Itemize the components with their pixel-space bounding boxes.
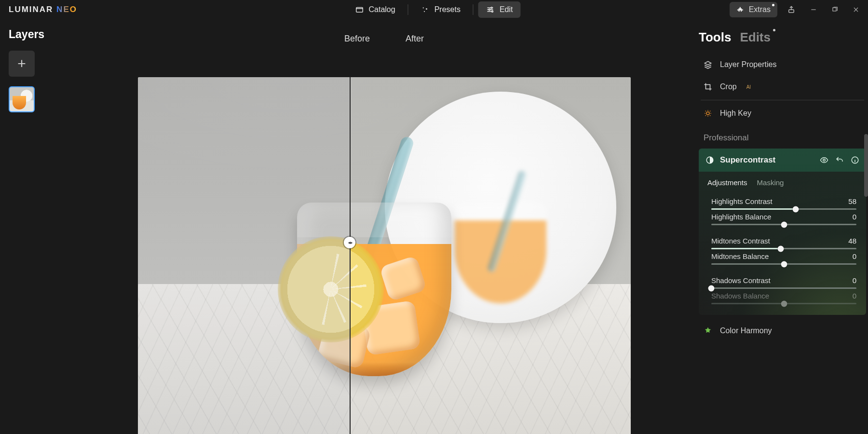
- sliders-icon: [486, 5, 495, 14]
- add-layer-button[interactable]: +: [9, 51, 35, 77]
- nav-presets[interactable]: Presets: [413, 1, 468, 18]
- tool-header[interactable]: Supercontrast: [699, 149, 866, 172]
- tool-subtabs: Adjustments Masking: [699, 172, 866, 190]
- top-nav: Catalog Presets Edit: [348, 1, 521, 18]
- compare-handle[interactable]: [344, 237, 355, 248]
- svg-point-4: [491, 7, 492, 9]
- tool-color-harmony[interactable]: Color Harmony: [699, 320, 866, 342]
- tool-label: Color Harmony: [720, 326, 772, 335]
- subtab-masking[interactable]: Masking: [757, 178, 784, 187]
- logo-text-2: NEO: [56, 5, 77, 14]
- section-professional: Professional: [699, 124, 866, 149]
- layers-icon: [704, 60, 712, 69]
- svg-point-1: [423, 7, 424, 8]
- slider-label: Shadows Contrast: [711, 276, 771, 285]
- before-overlay: [138, 77, 350, 434]
- slider-label: Highlights Balance: [711, 213, 771, 221]
- slider-midtones-contrast[interactable]: Midtones Contrast48: [711, 234, 856, 249]
- undo-icon[interactable]: [835, 156, 844, 164]
- info-icon[interactable]: [851, 156, 859, 164]
- tool-name: Supercontrast: [720, 155, 814, 165]
- slider-label: Highlights Contrast: [711, 197, 773, 205]
- image-canvas[interactable]: [138, 77, 631, 434]
- tab-edits[interactable]: Edits: [740, 30, 771, 45]
- slider-label: Shadows Balance: [711, 292, 769, 300]
- layers-title: Layers: [9, 28, 63, 41]
- ai-badge: AI: [746, 84, 751, 90]
- slider-value: 58: [848, 197, 856, 205]
- app-logo: LUMINAR NEO: [5, 5, 77, 14]
- slider-highlights-contrast[interactable]: Highlights Contrast58: [711, 194, 856, 210]
- slider-value: 48: [848, 237, 856, 245]
- slider-value: 0: [853, 252, 856, 260]
- compare-labels: Before After: [71, 19, 697, 58]
- svg-rect-8: [833, 8, 836, 11]
- right-tabs: Tools Edits: [699, 24, 866, 54]
- tool-label: High Key: [720, 109, 751, 118]
- slider-value: 0: [853, 292, 856, 300]
- after-label: After: [406, 34, 424, 44]
- color-harmony-icon: [704, 326, 712, 335]
- minimize-button[interactable]: [810, 6, 817, 13]
- subtab-adjustments[interactable]: Adjustments: [707, 178, 747, 187]
- slider-shadows-contrast[interactable]: Shadows Contrast0: [711, 273, 856, 289]
- crop-icon: [704, 82, 712, 91]
- tool-high-key[interactable]: High Key: [699, 102, 866, 124]
- nav-presets-label: Presets: [434, 5, 461, 14]
- svg-point-11: [823, 159, 826, 162]
- extras-button[interactable]: Extras: [730, 2, 777, 17]
- slider-value: 0: [853, 213, 856, 221]
- nav-edit-label: Edit: [500, 5, 513, 14]
- slider-label: Midtones Balance: [711, 252, 769, 260]
- extras-label: Extras: [749, 5, 771, 14]
- nav-edit[interactable]: Edit: [478, 1, 521, 18]
- logo-text-1: LUMINAR: [9, 5, 56, 14]
- svg-point-6: [492, 11, 493, 12]
- tool-layer-properties[interactable]: Layer Properties: [699, 54, 866, 76]
- close-button[interactable]: [853, 6, 859, 13]
- eye-icon[interactable]: [820, 156, 828, 164]
- main: Layers + Before After: [0, 19, 868, 434]
- svg-point-5: [489, 9, 490, 11]
- highkey-icon: [704, 109, 712, 118]
- slider-value: 0: [853, 276, 856, 285]
- top-right: Extras: [730, 2, 863, 17]
- window-controls: [787, 5, 863, 14]
- right-scrollbar[interactable]: [864, 67, 868, 434]
- svg-rect-0: [356, 8, 363, 13]
- compare-divider[interactable]: [350, 77, 351, 434]
- tool-supercontrast-panel: Supercontrast Adjustments Masking Highli…: [699, 149, 866, 315]
- share-icon[interactable]: [787, 5, 796, 14]
- maximize-button[interactable]: [831, 6, 838, 13]
- sparkle-icon: [421, 5, 430, 14]
- nav-catalog-label: Catalog: [369, 5, 395, 14]
- puzzle-icon: [736, 5, 745, 14]
- tool-crop[interactable]: Crop AI: [699, 76, 866, 98]
- sliders: Highlights Contrast58 Highlights Balance…: [699, 190, 866, 309]
- image-reflection: [455, 202, 546, 303]
- contrast-icon: [705, 156, 714, 164]
- slider-midtones-balance[interactable]: Midtones Balance0: [711, 249, 856, 265]
- tool-label: Crop: [720, 82, 737, 91]
- tab-edits-label: Edits: [740, 30, 771, 44]
- folder-icon: [355, 5, 364, 14]
- slider-shadows-balance[interactable]: Shadows Balance0: [711, 289, 856, 304]
- notification-dot-icon: [773, 29, 775, 31]
- slider-highlights-balance[interactable]: Highlights Balance0: [711, 210, 856, 225]
- notification-dot-icon: [772, 4, 774, 6]
- svg-point-3: [424, 11, 425, 12]
- canvas-area: Before After: [71, 19, 697, 434]
- nav-separator: [408, 4, 408, 15]
- layer-thumbnail[interactable]: [9, 86, 35, 112]
- tab-tools[interactable]: Tools: [699, 30, 731, 45]
- before-label: Before: [344, 34, 372, 44]
- svg-point-2: [426, 8, 427, 10]
- svg-rect-7: [789, 10, 794, 13]
- svg-point-9: [706, 112, 709, 115]
- slider-label: Midtones Contrast: [711, 237, 770, 245]
- tool-label: Layer Properties: [720, 60, 776, 69]
- layers-panel: Layers +: [0, 19, 71, 434]
- plus-icon: +: [17, 55, 26, 72]
- nav-separator: [473, 4, 474, 15]
- nav-catalog[interactable]: Catalog: [348, 1, 403, 18]
